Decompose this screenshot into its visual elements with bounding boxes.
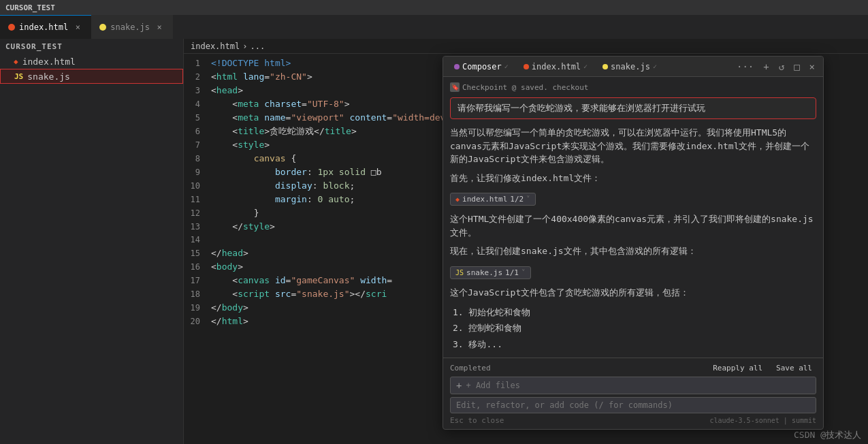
ai-panel-header: Composer ✓ index.html ✓ snake.js ✓ ··· +… bbox=[443, 57, 823, 77]
ai-more-icon[interactable]: ··· bbox=[734, 60, 756, 74]
ai-file-badge-2-name: snake.js bbox=[466, 268, 502, 277]
ai-footer-hint-row: Esc to close claude-3.5-sonnet | summit bbox=[450, 416, 816, 425]
add-files-plus-icon: + bbox=[456, 380, 462, 391]
ai-tab-index-html-label: index.html bbox=[532, 62, 581, 72]
sidebar-snake-js-label: snake.js bbox=[27, 72, 70, 82]
sidebar-item-index-html[interactable]: ◆ index.html bbox=[0, 54, 183, 69]
ai-add-icon[interactable]: + bbox=[760, 60, 771, 74]
user-message: 请你帮我编写一个贪吃蛇游戏，要求能够在浏览器打开进行试玩 bbox=[450, 97, 816, 119]
ai-esc-hint: Esc to close bbox=[450, 416, 504, 425]
user-message-text: 请你帮我编写一个贪吃蛇游戏，要求能够在浏览器打开进行试玩 bbox=[457, 103, 705, 113]
ai-tab-snake-js[interactable]: snake.js ✓ bbox=[597, 60, 662, 74]
tab-index-html-close[interactable]: × bbox=[72, 22, 83, 33]
sidebar-item-snake-js[interactable]: JS snake.js bbox=[0, 69, 183, 84]
ai-list-item-3-text: 3. 移动... bbox=[453, 339, 502, 349]
ai-status-text: Completed bbox=[450, 364, 491, 372]
html-file-badge-icon: ◆ bbox=[455, 195, 460, 203]
add-files-input[interactable] bbox=[466, 381, 810, 390]
ai-response-step1-text: 首先，让我们修改index.html文件： bbox=[450, 173, 600, 183]
ai-refresh-icon[interactable]: ↺ bbox=[776, 60, 787, 74]
sidebar-project-header: CURSOR_TEST bbox=[0, 39, 183, 54]
breadcrumb-project: index.html bbox=[191, 42, 240, 51]
tab-snake-js-label: snake.js bbox=[110, 22, 150, 32]
ai-list-item-2: 2. 控制蛇和食物 bbox=[450, 320, 816, 336]
js-dot-icon bbox=[602, 64, 608, 69]
ai-tab-index-html[interactable]: index.html ✓ bbox=[518, 60, 593, 74]
ai-command-input-row[interactable] bbox=[450, 397, 816, 413]
ai-footer-status-row: Completed Reapply all Save all bbox=[450, 362, 816, 374]
html-icon: ◆ bbox=[14, 57, 18, 66]
ai-panel-footer: Completed Reapply all Save all + Esc to … bbox=[443, 358, 823, 429]
app-title: CURSOR_TEST bbox=[5, 3, 55, 12]
breadcrumb: index.html › ... bbox=[184, 39, 868, 54]
ai-file-badge-2-container: JS snake.js 1/1 ˅ bbox=[450, 264, 816, 282]
ai-file-badge-index-html[interactable]: ◆ index.html 1/2 ˅ bbox=[450, 193, 536, 206]
ai-file-badge-1-name: index.html bbox=[462, 195, 507, 204]
ai-tab-snake-js-label: snake.js bbox=[611, 62, 650, 72]
tab-snake-js-close[interactable]: × bbox=[154, 22, 165, 33]
ai-list-item-3: 3. 移动... bbox=[450, 336, 816, 352]
ai-tab-composer[interactable]: Composer ✓ bbox=[449, 60, 514, 74]
ai-provider-name: | bbox=[784, 417, 792, 424]
ai-step2-line1-text: 这个HTML文件创建了一个400x400像素的canvas元素，并引入了我们即将… bbox=[450, 214, 814, 238]
ai-list-item-2-text: 2. 控制蛇和食物 bbox=[453, 323, 521, 333]
ai-checkpoint: 🔖 Checkpoint @ saved. checkout bbox=[450, 82, 816, 92]
composer-dot-icon bbox=[454, 64, 460, 69]
ai-file-badge-1-container: ◆ index.html 1/2 ˅ bbox=[450, 190, 816, 208]
csdn-watermark: CSDN @技术达人 bbox=[794, 429, 861, 441]
ai-checkpoint-text: Checkpoint @ saved. checkout bbox=[462, 83, 588, 92]
js-icon: JS bbox=[14, 72, 23, 81]
ai-panel-content: 🔖 Checkpoint @ saved. checkout 请你帮我编写一个贪… bbox=[443, 77, 823, 358]
ai-file-badge-1-badge: 1/2 bbox=[510, 195, 524, 204]
js-file-badge-icon: JS bbox=[455, 269, 464, 276]
top-bar: CURSOR_TEST bbox=[0, 0, 868, 15]
ai-file-badge-2-badge: 1/1 bbox=[505, 268, 519, 277]
sidebar-project-name: CURSOR_TEST bbox=[5, 42, 63, 51]
reapply-all-button[interactable]: Reapply all bbox=[709, 362, 767, 374]
ai-panel: Composer ✓ index.html ✓ snake.js ✓ ··· +… bbox=[443, 56, 824, 430]
html-dot-icon bbox=[524, 64, 529, 69]
ai-response-step1: 首先，让我们修改index.html文件： bbox=[450, 172, 816, 185]
ai-file-badge-2-chevron: ˅ bbox=[521, 268, 526, 277]
ai-step3-text: 这个JavaScript文件包含了贪吃蛇游戏的所有逻辑，包括： bbox=[450, 287, 689, 298]
breadcrumb-path: ... bbox=[250, 42, 265, 51]
ai-response-step3: 这个JavaScript文件包含了贪吃蛇游戏的所有逻辑，包括： bbox=[450, 286, 816, 300]
ai-command-input[interactable] bbox=[456, 400, 810, 410]
breadcrumb-sep: › bbox=[242, 42, 247, 51]
ai-action-buttons: Reapply all Save all bbox=[709, 362, 816, 374]
js-file-icon bbox=[99, 24, 106, 31]
save-all-button[interactable]: Save all bbox=[772, 362, 816, 374]
ai-step2-line2-text: 现在，让我们创建snake.js文件，其中包含游戏的所有逻辑： bbox=[450, 246, 696, 256]
ai-close-icon[interactable]: × bbox=[807, 60, 818, 74]
ai-tab-composer-label: Composer bbox=[462, 62, 502, 72]
checkpoint-icon: 🔖 bbox=[450, 82, 460, 92]
ai-provider: summit bbox=[792, 417, 816, 424]
sidebar: CURSOR_TEST ◆ index.html JS snake.js bbox=[0, 39, 184, 444]
main-layout: CURSOR_TEST ◆ index.html JS snake.js ind… bbox=[0, 39, 868, 444]
ai-file-badge-snake-js[interactable]: JS snake.js 1/1 ˅ bbox=[450, 266, 531, 279]
ai-list-item-1: 1. 初始化蛇和食物 bbox=[450, 304, 816, 320]
ai-header-controls: ··· + ↺ □ × bbox=[734, 60, 818, 74]
ai-expand-icon[interactable]: □ bbox=[791, 60, 802, 74]
ai-list-item-1-text: 1. 初始化蛇和食物 bbox=[453, 307, 530, 317]
ai-response-step2-line2: 现在，让我们创建snake.js文件，其中包含游戏的所有逻辑： bbox=[450, 244, 816, 258]
html-file-icon bbox=[8, 24, 15, 31]
ai-file-badge-chevron: ˅ bbox=[526, 195, 530, 204]
ai-response-step2-line1: 这个HTML文件创建了一个400x400像素的canvas元素，并引入了我们即将… bbox=[450, 212, 816, 239]
ai-add-files-row[interactable]: + bbox=[450, 377, 816, 394]
ai-model-badge: claude-3.5-sonnet | summit bbox=[709, 417, 816, 424]
sidebar-index-html-label: index.html bbox=[22, 57, 76, 67]
editor-area: index.html › ... 1 <!DOCTYPE html> 2 <ht… bbox=[184, 39, 868, 444]
tab-snake-js[interactable]: snake.js × bbox=[91, 15, 173, 39]
tab-bar: index.html × snake.js × bbox=[0, 15, 868, 39]
tab-index-html[interactable]: index.html × bbox=[0, 15, 91, 39]
ai-model-name: claude-3.5-sonnet bbox=[709, 417, 779, 424]
tab-index-html-label: index.html bbox=[19, 22, 68, 32]
ai-response-intro-text: 当然可以帮您编写一个简单的贪吃蛇游戏，可以在浏览器中运行。我们将使用HTML5的… bbox=[450, 127, 810, 164]
ai-response-intro: 当然可以帮您编写一个简单的贪吃蛇游戏，可以在浏览器中运行。我们将使用HTML5的… bbox=[450, 126, 816, 166]
